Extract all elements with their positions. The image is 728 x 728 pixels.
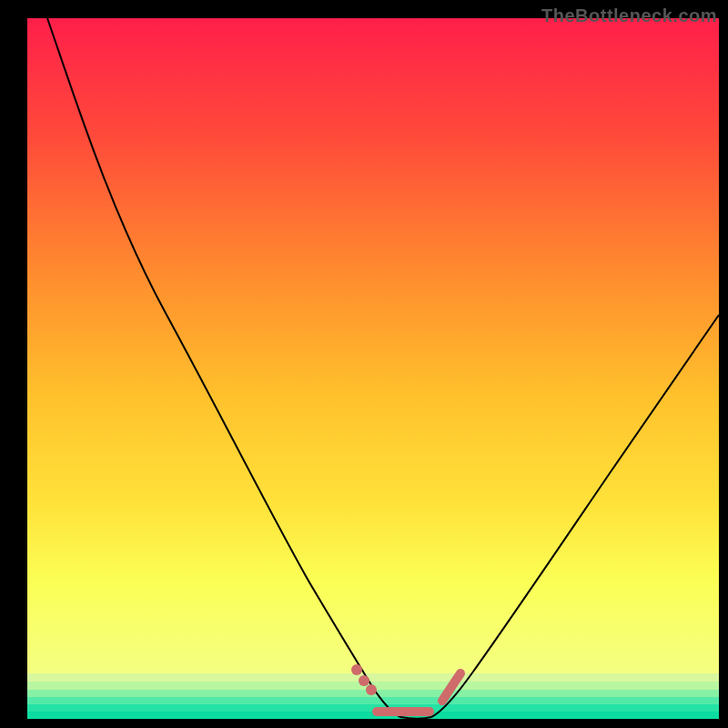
marker-dot bbox=[351, 664, 362, 675]
band-0 bbox=[27, 673, 719, 682]
band-3 bbox=[27, 697, 719, 704]
marker-dot bbox=[359, 675, 369, 686]
watermark: TheBottleneck.com bbox=[541, 5, 717, 26]
chart-stage: TheBottleneck.com bbox=[0, 0, 728, 728]
marker-dot bbox=[366, 684, 377, 695]
gradient-background bbox=[27, 18, 719, 673]
chart-svg bbox=[0, 0, 728, 728]
